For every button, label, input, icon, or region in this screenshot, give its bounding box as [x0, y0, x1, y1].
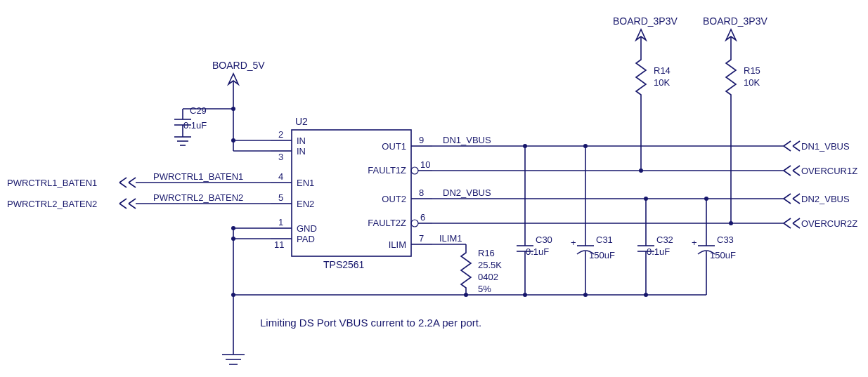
resistor-r14 [636, 53, 646, 102]
pin-name-en1: EN1 [297, 178, 314, 188]
pin-num-ilim: 7 [419, 233, 424, 244]
c29-val: 0.1uF [183, 120, 207, 131]
pin-num-en1: 4 [278, 171, 283, 182]
offpage-left-pwrctrl1: PWRCTRL1_BATEN1 [7, 178, 97, 188]
r14-val: 10K [654, 77, 670, 88]
offpage-right-dn2-vbus: DN2_VBUS [801, 194, 850, 204]
offpage-right-overcur1z: OVERCUR1Z [801, 166, 857, 176]
offpage-pwrctrl1 [119, 178, 136, 187]
svg-point-50 [231, 293, 235, 297]
net-pwrctrl1: PWRCTRL1_BATEN1 [153, 171, 243, 182]
pin-name-out2: OUT2 [382, 194, 406, 204]
pin-num-out1: 9 [419, 135, 424, 145]
pin-num-gnd: 1 [278, 217, 283, 227]
net-dn1-vbus: DN1_VBUS [443, 135, 491, 145]
svg-point-59 [583, 144, 588, 148]
power-arrow-3p3v-a [636, 29, 646, 53]
r15-ref: R15 [744, 65, 760, 76]
rail-label-3p3v-a: BOARD_3P3V [613, 15, 678, 27]
svg-point-65 [644, 197, 648, 201]
svg-point-26 [231, 138, 235, 143]
svg-point-69 [644, 293, 648, 297]
offpage-left-pwrctrl2: PWRCTRL2_BATEN2 [7, 199, 97, 209]
pin-name-en2: EN2 [297, 199, 314, 209]
pin-num-in1: 2 [278, 129, 283, 140]
pin-name-fault1: FAULT1Z [368, 165, 406, 176]
svg-point-71 [704, 197, 708, 201]
c29-ref: C29 [190, 105, 207, 116]
pin-num-pad: 11 [274, 239, 284, 250]
pin-num-fault1: 10 [420, 159, 430, 170]
power-arrow-board-5v [228, 74, 238, 98]
net-pwrctrl2: PWRCTRL2_BATEN2 [153, 192, 243, 203]
net-dn2-vbus: DN2_VBUS [443, 187, 491, 198]
gnd-c29 [174, 137, 191, 145]
rail-label-3p3v-b: BOARD_3P3V [703, 15, 767, 27]
pin-name-in2: IN [297, 146, 306, 157]
r15-val: 10K [744, 77, 760, 88]
svg-point-47 [729, 221, 733, 225]
svg-point-7 [411, 167, 418, 174]
offpage-right-overcur2z: OVERCUR2Z [801, 218, 857, 229]
c33-val: 150uF [710, 250, 736, 260]
pin-name-out1: OUT1 [382, 141, 406, 152]
svg-point-10 [411, 220, 418, 227]
c30-val: 0.1uF [526, 246, 549, 257]
svg-text:+: + [692, 237, 697, 248]
pin-name-pad: PAD [297, 234, 315, 244]
offpage-right-dn1-vbus: DN1_VBUS [801, 141, 850, 152]
r16-v2: 0402 [478, 272, 498, 282]
c30-ref: C30 [536, 234, 552, 245]
r16-v3: 5% [478, 284, 491, 294]
r14-ref: R14 [654, 65, 671, 76]
pin-name-in1: IN [297, 135, 306, 146]
svg-point-63 [583, 293, 588, 297]
offpage-dn1-vbus [784, 141, 800, 151]
r16-v1: 25.5K [478, 260, 502, 270]
pin-num-out2: 8 [419, 187, 424, 198]
offpage-pwrctrl2 [119, 199, 136, 209]
pin-name-fault2: FAULT2Z [368, 218, 406, 228]
c32-ref: C32 [656, 234, 673, 245]
offpage-overcur1z [784, 166, 800, 176]
pin-num-en2: 5 [278, 192, 283, 203]
offpage-overcur2z [784, 218, 800, 228]
pin-name-gnd: GND [297, 223, 317, 234]
svg-point-33 [231, 237, 235, 241]
gnd-main [222, 355, 245, 364]
power-arrow-3p3v-b [726, 29, 736, 53]
offpage-dn2-vbus [784, 194, 800, 204]
c31-val: 150uF [589, 250, 615, 260]
rail-label-board-5v: BOARD_5V [212, 60, 265, 71]
resistor-r15 [726, 53, 736, 102]
svg-point-57 [523, 293, 527, 297]
schematic-canvas: U2 TPS2561 2 IN 3 IN 4 EN1 5 EN2 1 GND 1… [0, 0, 868, 377]
resistor-r16 [461, 244, 471, 295]
ic-part: TPS2561 [323, 259, 365, 270]
pin-num-in2: 3 [278, 152, 283, 162]
r16-ref: R16 [478, 248, 495, 258]
c32-val: 0.1uF [647, 246, 670, 257]
c31-ref: C31 [596, 234, 613, 245]
svg-point-44 [639, 168, 643, 173]
c33-ref: C33 [717, 234, 734, 245]
pin-name-ilim: ILIM [389, 239, 406, 250]
pin-num-fault2: 6 [420, 212, 425, 223]
svg-point-34 [231, 226, 235, 230]
net-ilim1: ILIM1 [439, 233, 462, 244]
svg-text:+: + [571, 237, 576, 248]
ic-refdes: U2 [295, 116, 308, 127]
svg-point-53 [523, 144, 527, 148]
svg-point-51 [464, 293, 468, 297]
schematic-note: Limiting DS Port VBUS current to 2.2A pe… [260, 317, 481, 329]
